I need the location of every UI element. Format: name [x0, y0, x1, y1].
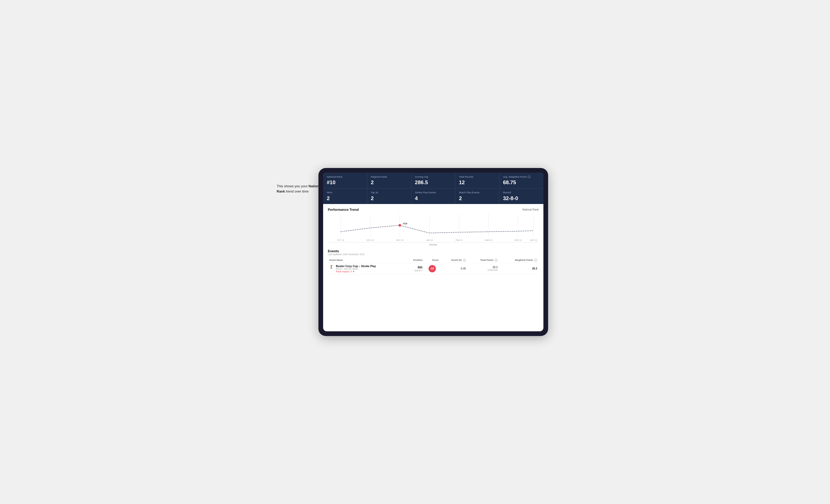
annotation-text: This shows you your National Rank trend …: [277, 184, 322, 193]
annotation-bold: National Rank: [277, 184, 322, 193]
stat-label-stroke-play: Stroke Play Events: [415, 191, 451, 194]
stat-label-record: Record: [503, 191, 540, 194]
stat-label-wins: Wins: [327, 191, 363, 194]
stat-regional-rank: Regional Rank 2: [367, 173, 411, 188]
stat-national-rank: National Rank #10: [323, 173, 367, 188]
event-sg-value: 0.45: [461, 267, 466, 270]
event-date: Oct 9 – Oct 10, 2023: [336, 268, 376, 270]
stat-label-avg-weighted: Avg. Weighted Points i: [503, 175, 540, 178]
tablet: National Rank #10 Regional Rank 2 Scorin…: [318, 168, 548, 336]
chart-marker-dot: [398, 224, 401, 227]
event-total-points: 28.3: [469, 266, 498, 269]
col-event-name: Event Name: [328, 258, 405, 263]
rank-impact: Rank Impact: 3 ▼: [336, 270, 376, 273]
chart-container: #10 OCT 23 NOV 23 DEC 23 JAN 24 FEB 24 M…: [328, 214, 539, 242]
perf-trend-label: National Rank: [522, 208, 539, 211]
events-table: Event Name Position Score Event SG: [328, 258, 539, 275]
stat-top3s: Top 3s 2: [367, 188, 411, 204]
stats-row-1: National Rank #10 Regional Rank 2 Scorin…: [323, 173, 543, 188]
table-row: 🏌 Buster Cozy Cup – Stroke Play Oct 9 – …: [328, 263, 539, 274]
event-weighted-points-cell: 28.3: [499, 263, 539, 274]
svg-text:MAY 24: MAY 24: [530, 239, 537, 241]
col-score: Score: [424, 258, 440, 263]
tablet-screen: National Rank #10 Regional Rank 2 Scorin…: [323, 173, 543, 331]
col-weighted-points: Weighted Points i: [499, 258, 539, 263]
perf-trend-header: Performance Trend National Rank: [328, 208, 539, 211]
col-total-points: Total Points i: [468, 258, 499, 263]
stats-row-2: Wins 2 Top 3s 2 Stroke Play Events 4 Mat…: [323, 188, 543, 204]
svg-text:JAN 24: JAN 24: [426, 239, 433, 241]
event-details: Buster Cozy Cup – Stroke Play Oct 9 – Oc…: [336, 265, 376, 273]
svg-text:APR 24: APR 24: [515, 239, 522, 241]
svg-text:DEC 23: DEC 23: [396, 239, 404, 241]
event-total-points-cell: 28.3 3 Rounds: [468, 263, 499, 274]
stat-value-match-play: 2: [459, 195, 496, 201]
event-total-rounds: 3 Rounds: [469, 269, 498, 271]
stat-stroke-play: Stroke Play Events 4: [411, 188, 455, 204]
rank-direction-icon: ▼: [352, 270, 355, 273]
svg-text:MAR 24: MAR 24: [485, 239, 492, 241]
svg-text:OCT 23: OCT 23: [337, 239, 345, 241]
scene: This shows you your National Rank trend …: [277, 168, 553, 336]
events-section: Events Last updated: 24th November 2023 …: [328, 249, 539, 275]
stat-value-total-rounds: 12: [459, 179, 496, 186]
stat-value-regional-rank: 2: [371, 179, 408, 186]
content-area: Performance Trend National Rank: [323, 204, 543, 331]
performance-chart: #10 OCT 23 NOV 23 DEC 23 JAN 24 FEB 24 M…: [328, 214, 539, 242]
stat-value-record: 32-8-0: [503, 195, 540, 201]
chart-marker-label: #10: [403, 222, 408, 225]
events-title: Events: [328, 249, 539, 253]
event-name-cell: 🏌 Buster Cozy Cup – Stroke Play Oct 9 – …: [328, 263, 405, 274]
months-label: Months: [328, 243, 539, 246]
total-points-info-icon: i: [494, 259, 498, 262]
stat-value-avg-weighted: 68.75: [503, 179, 540, 186]
stat-avg-weighted: Avg. Weighted Points i 68.75: [499, 173, 543, 188]
stat-label-scoring-avg: Scoring Avg.: [415, 175, 451, 178]
event-name-container: 🏌 Buster Cozy Cup – Stroke Play Oct 9 – …: [329, 265, 403, 273]
annotation: This shows you your National Rank trend …: [277, 183, 324, 194]
event-score-badge: -22: [428, 265, 436, 272]
stat-value-scoring-avg: 286.5: [415, 179, 451, 186]
stat-value-top3s: 2: [371, 195, 408, 201]
stat-label-regional-rank: Regional Rank: [371, 175, 408, 178]
perf-trend-title: Performance Trend: [328, 208, 359, 211]
stat-label-total-rounds: Total Rounds: [459, 175, 496, 178]
event-sg-info-icon: i: [463, 259, 466, 262]
col-position: Position: [405, 258, 424, 263]
events-table-body: 🏌 Buster Cozy Cup – Stroke Play Oct 9 – …: [328, 263, 539, 274]
stat-label-national-rank: National Rank: [327, 175, 363, 178]
stat-value-national-rank: #10: [327, 179, 363, 186]
event-position: 6th: [406, 266, 422, 269]
stat-value-wins: 2: [327, 195, 363, 201]
events-updated: Last updated: 24th November 2023: [328, 253, 539, 256]
svg-text:NOV 23: NOV 23: [367, 239, 374, 241]
event-position-cell: 6th out of 7: [405, 263, 424, 274]
stat-value-stroke-play: 4: [415, 195, 451, 201]
event-weighted-points: 28.3: [532, 267, 537, 270]
stat-total-rounds: Total Rounds 12: [455, 173, 499, 188]
event-name: Buster Cozy Cup – Stroke Play: [336, 265, 376, 268]
event-score-cell: -22: [424, 263, 440, 274]
event-sg-cell: 0.45: [440, 263, 468, 274]
stat-label-match-play: Match Play Events: [459, 191, 496, 194]
svg-text:FEB 24: FEB 24: [455, 239, 462, 241]
weighted-points-info-icon: i: [534, 259, 537, 262]
col-event-sg: Event SG i: [440, 258, 468, 263]
events-table-header: Event Name Position Score Event SG: [328, 258, 539, 263]
stat-scoring-avg: Scoring Avg. 286.5: [411, 173, 455, 188]
stat-wins: Wins 2: [323, 188, 367, 204]
stat-record: Record 32-8-0: [499, 188, 543, 204]
avg-weighted-info-icon: i: [528, 175, 530, 178]
event-position-sub: out of 7: [406, 269, 422, 272]
event-type-icon: 🏌: [329, 265, 334, 269]
stat-label-top3s: Top 3s: [371, 191, 408, 194]
stat-match-play: Match Play Events 2: [455, 188, 499, 204]
